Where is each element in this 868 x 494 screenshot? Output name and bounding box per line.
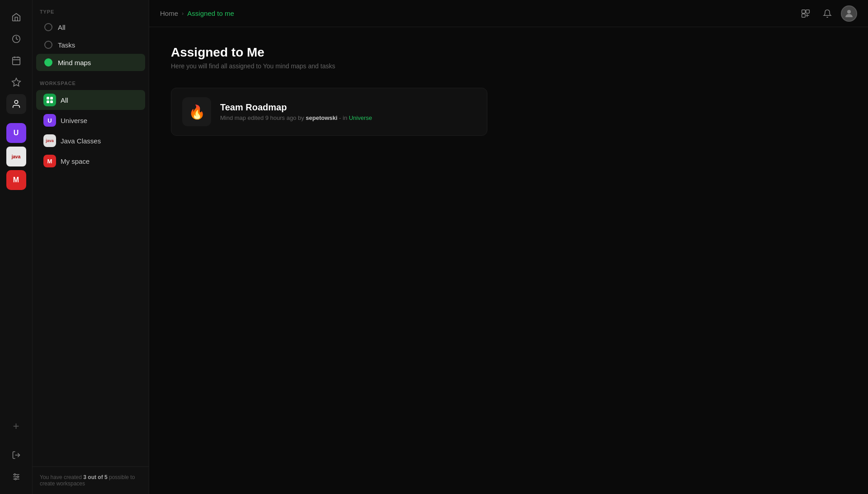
app-settings-button[interactable] — [6, 467, 26, 487]
svg-rect-17 — [50, 100, 53, 103]
sidebar-item-tasks-label: Tasks — [58, 41, 75, 49]
workspace-section-label: WORKSPACE — [33, 81, 149, 90]
mindmaps-icon — [43, 57, 53, 67]
java-workspace-avatar[interactable]: java — [6, 147, 26, 166]
universe-workspace-icon: U — [43, 114, 56, 127]
breadcrumb: Home › Assigned to me — [160, 10, 234, 17]
sidebar-item-universe[interactable]: U Universe — [36, 110, 145, 130]
svg-rect-14 — [47, 97, 49, 100]
card-author: sepetowski — [306, 114, 337, 121]
clock-icon — [11, 34, 21, 44]
settings-sliders-icon — [12, 472, 21, 481]
sidebar-item-myspace-label: My space — [61, 157, 90, 165]
myspace-workspace-avatar[interactable]: M — [6, 170, 26, 190]
logout-button[interactable] — [6, 445, 26, 465]
svg-rect-15 — [50, 97, 53, 100]
footer-text-prefix: You have created — [40, 474, 83, 480]
card-meta: Mind map edited 9 hours ago by sepetowsk… — [220, 114, 372, 121]
bell-button[interactable] — [819, 5, 835, 22]
card-info: Team Roadmap Mind map edited 9 hours ago… — [220, 102, 372, 121]
all-workspace-icon — [43, 94, 56, 106]
svg-rect-20 — [802, 14, 806, 17]
calendar-icon — [11, 56, 21, 66]
sidebar-item-tasks[interactable]: Tasks — [36, 36, 145, 53]
sidebar-footer: You have created 3 out of 5 possible to … — [33, 466, 149, 494]
breadcrumb-current: Assigned to me — [187, 10, 234, 17]
clock-nav-item[interactable] — [6, 29, 26, 49]
calendar-nav-item[interactable] — [6, 51, 26, 71]
sidebar-item-universe-label: Universe — [61, 117, 87, 124]
card-thumbnail: 🔥 — [182, 97, 211, 126]
sidebar-item-myspace[interactable]: M My space — [36, 151, 145, 171]
card-meta-prefix: Mind map edited 9 hours ago by — [220, 114, 306, 121]
universe-workspace-avatar[interactable]: U — [6, 123, 26, 143]
bell-icon — [823, 9, 832, 18]
user-avatar[interactable] — [841, 5, 857, 22]
sidebar: TYPE All Tasks Mind maps WORKSPACE — [33, 0, 149, 494]
card-title: Team Roadmap — [220, 102, 372, 113]
user-icon — [11, 99, 21, 109]
user-nav-item[interactable] — [6, 94, 26, 114]
sidebar-item-mindmaps[interactable]: Mind maps — [36, 54, 145, 71]
sidebar-item-all-type-label: All — [58, 24, 66, 31]
widget-icon — [801, 9, 810, 18]
svg-point-6 — [14, 100, 18, 104]
page-subtitle: Here you will find all assigned to You m… — [171, 62, 846, 70]
svg-marker-5 — [12, 78, 20, 86]
team-roadmap-card[interactable]: 🔥 Team Roadmap Mind map edited 9 hours a… — [171, 88, 487, 136]
sidebar-item-java[interactable]: java Java Classes — [36, 131, 145, 151]
breadcrumb-home[interactable]: Home — [160, 10, 178, 17]
sidebar-item-mindmaps-label: Mind maps — [58, 59, 91, 66]
icon-rail: U java M + — [0, 0, 33, 494]
sidebar-item-java-label: Java Classes — [61, 137, 101, 145]
card-emoji: 🔥 — [189, 104, 205, 120]
star-icon — [11, 77, 21, 87]
svg-point-12 — [17, 476, 18, 477]
svg-point-11 — [14, 474, 15, 475]
svg-rect-18 — [802, 10, 806, 13]
page-title: Assigned to Me — [171, 45, 846, 60]
card-meta-middle: - in — [337, 114, 349, 121]
breadcrumb-chevron: › — [182, 10, 184, 17]
type-section-label: TYPE — [33, 9, 149, 18]
logout-icon — [12, 451, 21, 460]
svg-rect-16 — [47, 100, 49, 103]
widget-icon-button[interactable] — [797, 5, 814, 22]
home-nav-item[interactable] — [6, 7, 26, 27]
star-nav-item[interactable] — [6, 72, 26, 92]
avatar-image — [844, 8, 854, 19]
main-content: Home › Assigned to me — [149, 0, 868, 494]
add-workspace-button[interactable]: + — [6, 416, 26, 436]
svg-rect-19 — [806, 10, 810, 13]
all-type-icon — [43, 22, 53, 32]
svg-point-13 — [14, 478, 16, 480]
svg-rect-1 — [12, 57, 20, 65]
tasks-icon — [43, 40, 53, 50]
footer-highlight: 3 out of 5 — [83, 474, 107, 480]
myspace-workspace-icon: M — [43, 155, 56, 167]
content-area: Assigned to Me Here you will find all as… — [149, 27, 868, 494]
topbar-actions — [797, 5, 857, 22]
topbar: Home › Assigned to me — [149, 0, 868, 27]
card-workspace-link[interactable]: Universe — [349, 114, 372, 121]
java-workspace-icon: java — [43, 134, 56, 147]
sidebar-item-all-workspace-label: All — [61, 96, 68, 104]
svg-point-23 — [847, 10, 851, 14]
sidebar-item-all-workspace[interactable]: All — [36, 90, 145, 110]
home-icon — [11, 12, 21, 22]
sidebar-item-all-type[interactable]: All — [36, 19, 145, 36]
